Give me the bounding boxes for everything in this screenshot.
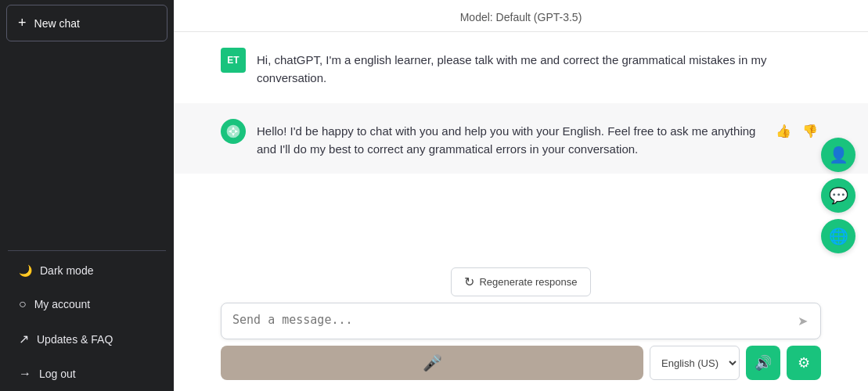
user-avatar-icon <box>829 145 848 164</box>
openai-logo <box>225 124 241 139</box>
regenerate-label: Regenerate response <box>479 276 577 288</box>
new-chat-label: New chat <box>34 17 80 30</box>
assistant-message-content: Hello! I'd be happy to chat with you and… <box>257 119 762 159</box>
main-content: Model: Default (GPT-3.5) ET Hi, chatGPT,… <box>174 0 868 391</box>
plus-icon <box>18 15 27 31</box>
new-chat-button[interactable]: New chat <box>6 5 167 41</box>
send-button[interactable] <box>796 311 809 331</box>
right-chat-button[interactable] <box>821 178 855 213</box>
audio-button[interactable] <box>746 346 780 380</box>
sidebar-item-log-out[interactable]: Log out <box>6 358 167 389</box>
message-actions: 👍 👎 <box>773 119 821 159</box>
text-input-wrapper <box>221 303 821 339</box>
globe-icon <box>829 227 848 246</box>
link-icon <box>19 332 29 346</box>
language-selector[interactable]: English (US) Spanish French German Chine… <box>650 346 740 380</box>
microphone-button[interactable] <box>221 346 643 380</box>
send-icon <box>798 313 808 328</box>
sidebar-divider <box>8 250 166 251</box>
regenerate-button[interactable]: Regenerate response <box>451 267 590 296</box>
volume-icon <box>755 354 772 371</box>
sidebar: New chat Dark mode My account Updates & … <box>0 0 174 391</box>
thumbs-up-button[interactable]: 👍 <box>773 122 794 140</box>
user-icon <box>19 297 27 311</box>
settings-button[interactable] <box>787 346 821 380</box>
sidebar-item-my-account[interactable]: My account <box>6 289 167 320</box>
chat-bubble-icon <box>829 186 848 205</box>
my-account-label: My account <box>34 298 91 310</box>
log-out-label: Log out <box>39 368 76 380</box>
updates-faq-label: Updates & FAQ <box>37 333 113 346</box>
model-header: Model: Default (GPT-3.5) <box>174 0 868 32</box>
moon-icon <box>19 264 32 277</box>
sidebar-item-dark-mode[interactable]: Dark mode <box>6 256 167 285</box>
right-globe-button[interactable] <box>821 219 855 253</box>
sliders-icon <box>798 354 810 371</box>
model-label: Model: Default (GPT-3.5) <box>460 11 582 23</box>
sidebar-item-updates-faq[interactable]: Updates & FAQ <box>6 323 167 355</box>
message-input[interactable] <box>232 312 796 331</box>
assistant-message-row: Hello! I'd be happy to chat with you and… <box>174 103 868 174</box>
logout-icon <box>19 367 31 381</box>
user-message-content: Hi, chatGPT, I'm a english learner, plea… <box>257 48 821 88</box>
right-avatar-button[interactable] <box>821 138 855 172</box>
input-area: English (US) Spanish French German Chine… <box>174 303 868 391</box>
user-message-row: ET Hi, chatGPT, I'm a english learner, p… <box>174 32 868 103</box>
gpt-avatar <box>221 119 246 144</box>
bottom-controls: English (US) Spanish French German Chine… <box>221 346 821 380</box>
thumbs-down-button[interactable]: 👎 <box>799 122 821 140</box>
regenerate-bar: Regenerate response <box>174 260 868 303</box>
user-avatar: ET <box>221 48 246 73</box>
refresh-icon <box>464 274 474 289</box>
right-panel <box>821 138 855 253</box>
chat-area: ET Hi, chatGPT, I'm a english learner, p… <box>174 32 868 260</box>
dark-mode-label: Dark mode <box>40 264 93 277</box>
mic-icon <box>423 353 442 372</box>
